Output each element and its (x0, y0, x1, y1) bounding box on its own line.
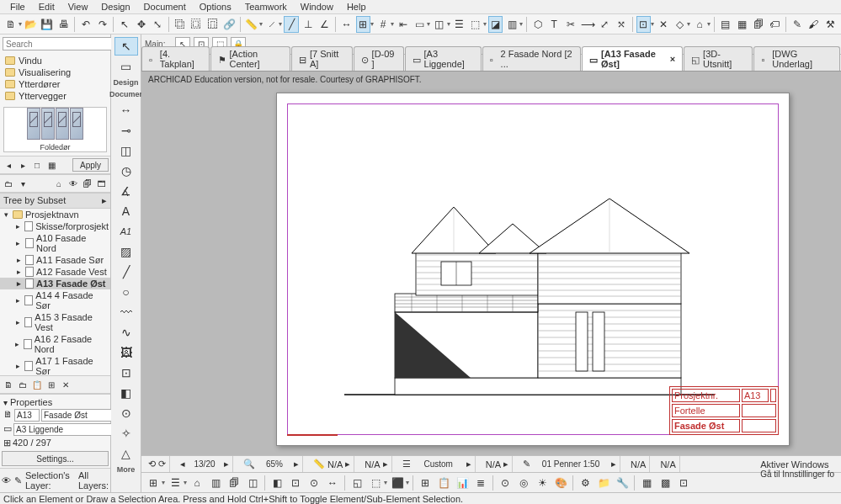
pointer2-button[interactable]: ⤡ (150, 16, 165, 33)
zoom-input[interactable] (258, 459, 291, 469)
print-button[interactable]: 🖶 (56, 16, 72, 33)
bt22[interactable]: 🔧 (614, 475, 631, 491)
layers2-icon[interactable]: ☰ (402, 459, 411, 470)
history-fwd-icon[interactable]: ⟳ (158, 459, 166, 470)
history-back-icon[interactable]: ⟲ (148, 459, 156, 470)
menu-edit[interactable]: Edit (32, 2, 61, 12)
bt11[interactable]: ⬛ (389, 475, 406, 491)
pen-icon[interactable]: ✎ (523, 459, 530, 470)
bt19[interactable]: 🎨 (552, 475, 569, 491)
tb5[interactable]: ✕ (59, 378, 72, 391)
bt3[interactable]: ▥ (207, 475, 224, 491)
bt23[interactable]: ▦ (638, 475, 655, 491)
menu-help[interactable]: Help (340, 2, 373, 12)
layer2-button[interactable]: ▦ (734, 16, 749, 33)
nav-btn3[interactable]: ⌂ (52, 177, 66, 190)
cursor-button[interactable]: ↖ (117, 16, 132, 33)
tab-a3liggende[interactable]: ▭[A3 Liggende] (405, 46, 482, 71)
rect-button[interactable]: ▭ (412, 16, 427, 33)
canvas-viewport[interactable]: ARCHICAD Education version, not for resa… (141, 72, 841, 455)
text-button[interactable]: T (546, 16, 562, 33)
eye-icon[interactable]: 👁 (2, 475, 11, 485)
drawing-tool[interactable]: 🖼 (114, 343, 138, 362)
pencil-button[interactable]: ✎ (790, 16, 805, 33)
view2-button[interactable]: ▦ (45, 158, 58, 172)
bt16[interactable]: ⊙ (497, 475, 514, 491)
elevation-tool[interactable]: ◧ (114, 384, 138, 402)
detail-tool[interactable]: ⊙ (114, 404, 138, 422)
angle-tool[interactable]: ∡ (114, 182, 138, 200)
group-button[interactable]: ⿵ (205, 16, 221, 33)
menu-document[interactable]: Document (137, 2, 193, 12)
arrow-tool[interactable]: ↖ (114, 37, 138, 56)
tb1[interactable]: 🗎 (2, 378, 15, 391)
link-button[interactable]: 🔗 (222, 16, 237, 33)
magnet-button[interactable]: ⊡ (636, 16, 652, 33)
measure-button[interactable]: ⟋ (264, 16, 279, 33)
page-prev-icon[interactable]: ◂ (180, 459, 185, 470)
apply-button[interactable]: Apply (72, 158, 109, 172)
tab-a13[interactable]: ▭[A13 Fasade Øst]× (582, 46, 683, 71)
bt17[interactable]: ◎ (515, 475, 532, 491)
pick-button[interactable]: ✥ (134, 16, 149, 33)
tree-page-a12[interactable]: ▸A12 Fasade Vest (0, 266, 110, 278)
cross-button[interactable]: ✕ (656, 16, 671, 33)
bt14[interactable]: 📊 (454, 475, 471, 491)
plane-button[interactable]: ◫ (432, 16, 447, 33)
home-button[interactable]: ⌂ (692, 16, 707, 33)
extend-button[interactable]: ⟶ (580, 16, 596, 33)
tree-page-a13[interactable]: ▸A13 Fasade Øst (0, 278, 110, 289)
bt25[interactable]: ⊡ (675, 475, 692, 491)
tree-page-a16[interactable]: ▸A16 2 Fasade Nord (0, 333, 110, 355)
label-tool[interactable]: A1 (114, 222, 138, 241)
menu-design[interactable]: Design (94, 2, 136, 12)
bt7[interactable]: ⊡ (287, 475, 304, 491)
level-tool[interactable]: ⊸ (114, 121, 138, 140)
bt18[interactable]: ☀ (534, 475, 551, 491)
view1-button[interactable]: □ (30, 158, 44, 172)
line-tool[interactable]: ╱ (114, 263, 138, 281)
new-file-button[interactable]: 🗎 (3, 16, 19, 33)
arrow-button[interactable]: ↔ (339, 16, 354, 33)
section-tool[interactable]: ⊡ (114, 363, 138, 382)
box-button[interactable]: ⬚ (468, 16, 483, 33)
tree-page-a15[interactable]: ▸A15 3 Fasade Vest (0, 311, 110, 333)
nav-btn1[interactable]: 🗀 (2, 177, 15, 190)
tree-page-a17[interactable]: ▸A17 1 Fasade Sør (0, 355, 110, 375)
menu-view[interactable]: View (61, 2, 95, 12)
menu-options[interactable]: Options (193, 2, 238, 12)
tb4[interactable]: ⊞ (45, 378, 58, 391)
bt9[interactable]: ↔ (324, 475, 341, 491)
radial-tool[interactable]: ◷ (114, 162, 138, 180)
bt24[interactable]: ▩ (657, 475, 673, 491)
door-tool[interactable]: ◫ (114, 141, 138, 160)
drawing-frame[interactable]: Prosjektnr.A13 Fortelle Fasade Øst (276, 93, 790, 446)
custom-input[interactable] (413, 459, 464, 469)
layer1-button[interactable]: ▤ (718, 16, 733, 33)
open-button[interactable]: 📂 (24, 16, 39, 33)
tab-d09[interactable]: ⊙[D-09 ] (354, 46, 404, 71)
bt5[interactable]: ◫ (244, 475, 261, 491)
properties-header[interactable]: ▾ Properties (2, 396, 109, 408)
bt10[interactable]: ⬚ (367, 475, 384, 491)
bt6[interactable]: ◧ (269, 475, 285, 491)
tag-button[interactable]: 🏷 (768, 16, 783, 33)
tab-dwg[interactable]: ▫[DWG Underlag] (753, 46, 840, 71)
bt21[interactable]: 📁 (595, 475, 612, 491)
tb3[interactable]: 📋 (30, 378, 44, 391)
join-button[interactable]: ⤲ (614, 16, 629, 33)
grid-button[interactable]: # (375, 16, 391, 33)
brush-button[interactable]: 🖌 (806, 16, 822, 33)
folder-yttervegger[interactable]: Yttervegger (2, 90, 109, 102)
tree-header[interactable]: Tree by Subset▸ (0, 193, 110, 209)
polyline-tool[interactable]: 〰 (114, 303, 138, 321)
align-left-button[interactable]: ⇤ (396, 16, 411, 33)
circle-tool[interactable]: ○ (114, 283, 138, 301)
menu-teamwork[interactable]: Teamwork (238, 2, 294, 12)
tab-snitt[interactable]: ⊟[7 Snitt A] (291, 46, 353, 71)
page-input[interactable] (188, 459, 221, 469)
nav-btn2[interactable]: ▾ (16, 177, 29, 190)
bt-home[interactable]: ⌂ (189, 475, 205, 491)
nav-btn5[interactable]: 🗐 (81, 177, 94, 190)
ruler-button[interactable]: 📏 (244, 16, 259, 33)
